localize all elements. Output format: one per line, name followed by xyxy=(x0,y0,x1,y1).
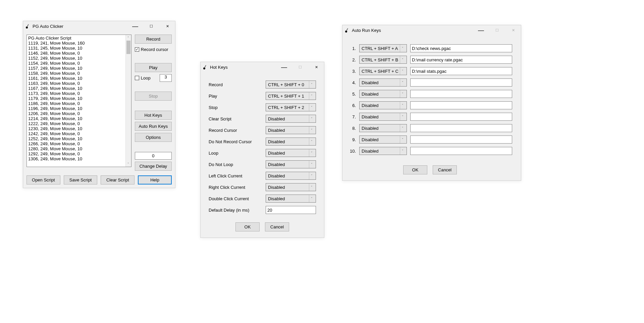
script-line[interactable]: 1280, 249, Move Mouse, 10 xyxy=(28,146,130,151)
chevron-down-icon[interactable]: ˅ xyxy=(309,126,314,134)
autorun-ok-button[interactable]: OK xyxy=(403,165,427,174)
minimize-icon[interactable]: ― xyxy=(278,63,290,71)
chevron-down-icon[interactable]: ˅ xyxy=(400,79,405,86)
script-line[interactable]: 1119, 241, Move Mouse, 160 xyxy=(28,41,130,46)
chevron-down-icon[interactable]: ˅ xyxy=(309,183,314,191)
chevron-down-icon[interactable]: ˅ xyxy=(400,56,405,63)
autorun-key-select[interactable]: Disabled˅ xyxy=(359,136,407,144)
hotkeys-titlebar[interactable]: Hot Keys ― ☐ ✕ xyxy=(201,62,324,72)
scroll-down-icon[interactable]: ˅ xyxy=(126,161,131,167)
script-line[interactable]: 1252, 249, Move Mouse, 10 xyxy=(28,136,130,141)
change-delay-button[interactable]: Change Delay xyxy=(135,162,172,171)
autorun-key-select[interactable]: CTRL + SHIFT + B˅ xyxy=(359,56,407,64)
autorun-path-input[interactable] xyxy=(410,113,512,121)
scroll-up-icon[interactable]: ˄ xyxy=(126,35,131,41)
script-line[interactable]: 1146, 248, Move Mouse, 0 xyxy=(28,51,130,56)
script-line[interactable]: 1186, 249, Move Mouse, 0 xyxy=(28,101,130,106)
script-line[interactable]: 1242, 249, Move Mouse, 0 xyxy=(28,131,130,136)
hotkey-select[interactable]: Disabled˅ xyxy=(266,183,316,191)
chevron-down-icon[interactable]: ˅ xyxy=(309,138,314,145)
autorunkeys-button[interactable]: Auto Run Keys xyxy=(135,122,172,131)
hotkey-select[interactable]: CTRL + SHIFT + 1˅ xyxy=(266,92,316,100)
minimize-icon[interactable]: ― xyxy=(129,22,141,30)
hotkey-select[interactable]: Disabled˅ xyxy=(266,115,316,123)
chevron-down-icon[interactable]: ˅ xyxy=(400,67,405,75)
script-line[interactable]: 1131, 245, Move Mouse, 10 xyxy=(28,46,130,51)
close-icon[interactable]: ✕ xyxy=(311,63,322,71)
main-titlebar[interactable]: PG Auto Clicker ― ☐ ✕ xyxy=(23,21,175,31)
scroll-thumb[interactable] xyxy=(126,41,130,54)
script-line[interactable]: 1161, 249, Move Mouse, 10 xyxy=(28,76,130,81)
script-line[interactable]: 1157, 249, Move Mouse, 10 xyxy=(28,66,130,71)
autorun-key-select[interactable]: Disabled˅ xyxy=(359,90,407,98)
script-line[interactable]: 1292, 249, Move Mouse, 0 xyxy=(28,151,130,156)
record-cursor-checkbox[interactable]: ✓ xyxy=(135,47,139,52)
autorun-key-select[interactable]: CTRL + SHIFT + C˅ xyxy=(359,67,407,75)
chevron-down-icon[interactable]: ˅ xyxy=(309,161,314,168)
chevron-down-icon[interactable]: ˅ xyxy=(400,124,405,132)
script-line[interactable]: 1214, 249, Move Mouse, 10 xyxy=(28,116,130,121)
autorun-key-select[interactable]: Disabled˅ xyxy=(359,101,407,109)
record-button[interactable]: Record xyxy=(135,35,172,44)
hotkeys-button[interactable]: Hot Keys xyxy=(135,111,172,120)
script-line[interactable]: 1173, 249, Move Mouse, 0 xyxy=(28,91,130,96)
autorun-path-input[interactable]: D:\mail stats.pgac xyxy=(410,67,512,75)
script-line[interactable]: PG Auto Clicker Script xyxy=(28,36,130,41)
script-line[interactable]: 1196, 249, Move Mouse, 10 xyxy=(28,106,130,111)
autorun-cancel-button[interactable]: Cancel xyxy=(433,165,457,174)
script-line[interactable]: 1206, 249, Move Mouse, 0 xyxy=(28,111,130,116)
chevron-down-icon[interactable]: ˅ xyxy=(400,113,405,120)
script-listbox[interactable]: PG Auto Clicker Script1119, 241, Move Mo… xyxy=(26,35,131,167)
chevron-down-icon[interactable]: ˅ xyxy=(309,104,314,111)
open-script-button[interactable]: Open Script xyxy=(26,175,60,184)
script-line[interactable]: 1306, 249, Move Mouse, 10 xyxy=(28,156,130,161)
hotkey-select[interactable]: Disabled˅ xyxy=(266,160,316,168)
autorun-key-select[interactable]: Disabled˅ xyxy=(359,113,407,121)
hotkey-select[interactable]: Disabled˅ xyxy=(266,126,316,134)
hotkey-select[interactable]: Disabled˅ xyxy=(266,138,316,146)
script-line[interactable]: 1158, 249, Move Mouse, 0 xyxy=(28,71,130,76)
hotkey-select[interactable]: Disabled˅ xyxy=(266,195,316,203)
autorun-key-select[interactable]: CTRL + SHIFT + A˅ xyxy=(359,44,407,52)
autorun-path-input[interactable]: D:\check news.pgac xyxy=(410,44,512,52)
close-icon[interactable]: ✕ xyxy=(162,22,173,30)
options-button[interactable]: Options xyxy=(135,133,172,142)
script-line[interactable]: 1266, 249, Move Mouse, 0 xyxy=(28,141,130,146)
hotkey-select[interactable]: CTRL + SHIFT + 0˅ xyxy=(266,80,316,89)
autorun-key-select[interactable]: Disabled˅ xyxy=(359,78,407,87)
clear-script-button[interactable]: Clear Script xyxy=(101,175,135,184)
loop-count-input[interactable]: 3 xyxy=(160,74,172,82)
chevron-down-icon[interactable]: ˅ xyxy=(400,90,405,98)
autorun-key-select[interactable]: Disabled˅ xyxy=(359,124,407,132)
hotkey-select[interactable]: Disabled˅ xyxy=(266,149,316,157)
autorun-path-input[interactable] xyxy=(410,136,512,144)
autorun-titlebar[interactable]: Auto Run Keys ― ☐ ✕ xyxy=(342,25,521,35)
autorun-path-input[interactable] xyxy=(410,124,512,132)
chevron-down-icon[interactable]: ˅ xyxy=(309,115,314,122)
scrollbar[interactable]: ˄ ˅ xyxy=(125,35,131,167)
hotkeys-ok-button[interactable]: OK xyxy=(235,222,260,231)
help-button[interactable]: Help xyxy=(138,175,172,184)
chevron-down-icon[interactable]: ˅ xyxy=(309,195,314,202)
autorun-path-input[interactable] xyxy=(410,78,512,87)
chevron-down-icon[interactable]: ˅ xyxy=(400,45,405,52)
autorun-path-input[interactable] xyxy=(410,147,512,155)
autorun-path-input[interactable] xyxy=(410,90,512,98)
loop-checkbox[interactable] xyxy=(135,76,139,80)
autorun-key-select[interactable]: Disabled˅ xyxy=(359,147,407,155)
delay-input[interactable]: 0 xyxy=(135,152,172,160)
minimize-icon[interactable]: ― xyxy=(475,26,487,34)
script-line[interactable]: 1230, 249, Move Mouse, 10 xyxy=(28,126,130,131)
script-line[interactable]: 1167, 249, Move Mouse, 10 xyxy=(28,86,130,91)
autorun-path-input[interactable]: D:\mail currency rate.pgac xyxy=(410,56,512,64)
chevron-down-icon[interactable]: ˅ xyxy=(400,147,405,155)
autorun-path-input[interactable] xyxy=(410,101,512,109)
save-script-button[interactable]: Save Script xyxy=(64,175,98,184)
script-line[interactable]: 1152, 249, Move Mouse, 10 xyxy=(28,56,130,61)
script-line[interactable]: 1154, 249, Move Mouse, 0 xyxy=(28,61,130,66)
chevron-down-icon[interactable]: ˅ xyxy=(309,149,314,157)
hotkey-select[interactable]: Disabled˅ xyxy=(266,172,316,180)
chevron-down-icon[interactable]: ˅ xyxy=(309,92,314,100)
script-line[interactable]: 1179, 249, Move Mouse, 10 xyxy=(28,96,130,101)
script-line[interactable]: 1163, 249, Move Mouse, 0 xyxy=(28,81,130,86)
